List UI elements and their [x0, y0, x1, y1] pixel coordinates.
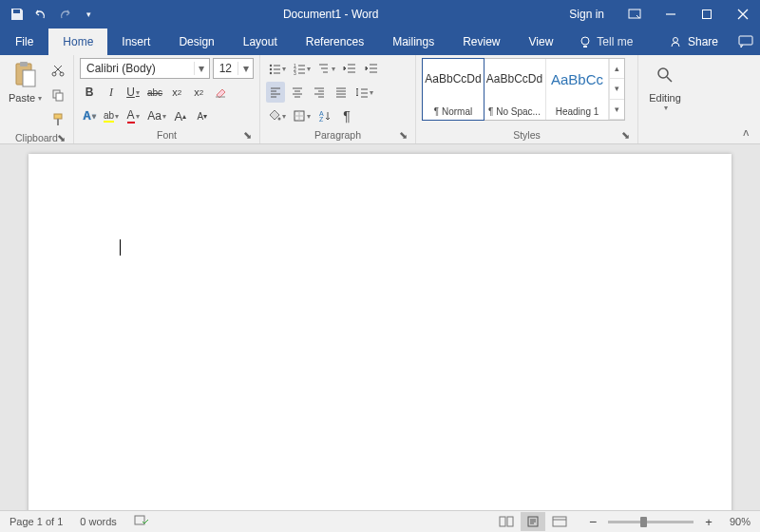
- window-title: Document1 - Word: [105, 8, 556, 21]
- align-center-button[interactable]: [288, 82, 307, 103]
- share-label: Share: [688, 35, 718, 48]
- underline-button[interactable]: U▾: [124, 82, 142, 103]
- svg-rect-29: [507, 517, 513, 526]
- increase-indent-button[interactable]: [362, 58, 381, 79]
- align-left-icon: [269, 86, 282, 99]
- superscript-button[interactable]: x2: [189, 82, 208, 103]
- tab-mailings[interactable]: Mailings: [378, 28, 448, 55]
- strikethrough-button[interactable]: abc: [145, 82, 164, 103]
- multilevel-list-button[interactable]: ▾: [315, 58, 337, 79]
- italic-button[interactable]: I: [102, 82, 121, 103]
- svg-rect-2: [703, 10, 712, 19]
- tell-me-search[interactable]: Tell me: [567, 28, 644, 55]
- svg-point-16: [270, 65, 272, 66]
- font-color-button[interactable]: A▾: [124, 105, 142, 126]
- comments-icon[interactable]: [732, 28, 760, 56]
- tab-file[interactable]: File: [0, 28, 48, 55]
- zoom-controls: − + 90%: [583, 511, 750, 532]
- maximize-icon[interactable]: [690, 0, 724, 28]
- editing-button[interactable]: Editing ▾: [644, 58, 686, 112]
- bullets-button[interactable]: ▾: [266, 58, 288, 79]
- style-no-spacing[interactable]: AaBbCcDd ¶ No Spac...: [484, 59, 546, 120]
- subscript-button[interactable]: x2: [167, 82, 186, 103]
- group-label-clipboard: Clipboard⬊: [6, 130, 67, 146]
- show-marks-button[interactable]: ¶: [337, 105, 356, 126]
- styles-launcher-icon[interactable]: ⬊: [619, 129, 631, 141]
- gallery-more-icon[interactable]: ▾: [610, 100, 624, 120]
- highlight-button[interactable]: ab▾: [102, 105, 121, 126]
- undo-icon[interactable]: [33, 7, 48, 22]
- justify-icon: [334, 86, 348, 99]
- svg-point-18: [270, 72, 272, 74]
- font-size-combo[interactable]: 12▾: [213, 58, 254, 79]
- numbering-icon: 123: [293, 62, 306, 75]
- grow-font-button[interactable]: A▴: [171, 105, 190, 126]
- clipboard-launcher-icon[interactable]: ⬊: [55, 132, 66, 143]
- print-layout-icon[interactable]: [521, 512, 545, 531]
- tab-home[interactable]: Home: [48, 28, 107, 55]
- svg-point-26: [658, 68, 668, 78]
- tab-design[interactable]: Design: [164, 28, 228, 55]
- style-normal[interactable]: AaBbCcDd ¶ Normal: [422, 58, 484, 121]
- gallery-down-icon[interactable]: ▾: [610, 79, 624, 99]
- customize-qat-icon[interactable]: ▾: [81, 7, 96, 22]
- format-painter-icon: [51, 113, 65, 126]
- change-case-button[interactable]: Aa▾: [145, 105, 168, 126]
- read-mode-icon[interactable]: [494, 512, 519, 531]
- paste-button[interactable]: Paste▾: [6, 58, 45, 104]
- align-left-button[interactable]: [266, 82, 285, 103]
- svg-text:Z: Z: [319, 116, 324, 123]
- zoom-slider[interactable]: [608, 521, 694, 523]
- align-right-button[interactable]: [310, 82, 329, 103]
- style-heading-1[interactable]: AaBbCc Heading 1: [546, 59, 609, 120]
- editing-label: Editing: [649, 92, 681, 104]
- copy-button[interactable]: [48, 85, 67, 105]
- decrease-indent-icon: [343, 62, 356, 75]
- font-name-combo[interactable]: Calibri (Body)▾: [80, 58, 210, 79]
- redo-icon[interactable]: [57, 7, 72, 22]
- save-icon[interactable]: [10, 7, 25, 22]
- bold-button[interactable]: B: [80, 82, 99, 103]
- share-button[interactable]: Share: [656, 35, 732, 48]
- sort-button[interactable]: AZ: [315, 105, 334, 126]
- shrink-font-button[interactable]: A▾: [193, 105, 212, 126]
- document-area[interactable]: [0, 144, 760, 510]
- zoom-level[interactable]: 90%: [730, 516, 750, 527]
- word-count[interactable]: 0 words: [80, 516, 117, 527]
- borders-button[interactable]: ▾: [291, 105, 313, 126]
- close-icon[interactable]: [726, 0, 760, 28]
- svg-point-17: [270, 68, 272, 70]
- justify-button[interactable]: [332, 82, 351, 103]
- tab-layout[interactable]: Layout: [229, 28, 292, 55]
- decrease-indent-button[interactable]: [340, 58, 359, 79]
- page[interactable]: [28, 154, 732, 510]
- gallery-up-icon[interactable]: ▴: [610, 59, 624, 79]
- clear-formatting-button[interactable]: [211, 82, 230, 103]
- line-spacing-button[interactable]: ▾: [353, 82, 375, 103]
- tab-review[interactable]: Review: [448, 28, 514, 55]
- tab-references[interactable]: References: [292, 28, 378, 55]
- page-number[interactable]: Page 1 of 1: [10, 516, 63, 527]
- zoom-out-button[interactable]: −: [583, 511, 602, 532]
- line-spacing-icon: [355, 86, 369, 99]
- group-styles: AaBbCcDd ¶ Normal AaBbCcDd ¶ No Spac... …: [416, 55, 638, 143]
- paragraph-launcher-icon[interactable]: ⬊: [397, 129, 408, 141]
- format-painter-button[interactable]: [48, 109, 67, 130]
- collapse-ribbon-icon[interactable]: ʌ: [737, 126, 754, 140]
- ribbon-display-options-icon[interactable]: [618, 0, 652, 28]
- web-layout-icon[interactable]: [547, 512, 572, 531]
- cut-button[interactable]: [48, 60, 67, 81]
- minimize-icon[interactable]: [654, 0, 688, 28]
- ribbon: Paste▾ Clipboard⬊ Calibri (Body)▾ 12▾ B …: [0, 55, 760, 144]
- text-effects-button[interactable]: A▾: [80, 105, 99, 126]
- tab-insert[interactable]: Insert: [107, 28, 164, 55]
- tab-view[interactable]: View: [515, 28, 568, 55]
- sign-in-button[interactable]: Sign in: [556, 8, 618, 21]
- numbering-button[interactable]: 123▾: [291, 58, 313, 79]
- shading-button[interactable]: ▾: [266, 105, 288, 126]
- font-launcher-icon[interactable]: ⬊: [241, 129, 253, 141]
- spellcheck-icon[interactable]: [134, 514, 149, 529]
- styles-gallery: AaBbCcDd ¶ Normal AaBbCcDd ¶ No Spac... …: [422, 58, 625, 121]
- zoom-in-button[interactable]: +: [699, 511, 718, 532]
- align-center-icon: [291, 86, 304, 99]
